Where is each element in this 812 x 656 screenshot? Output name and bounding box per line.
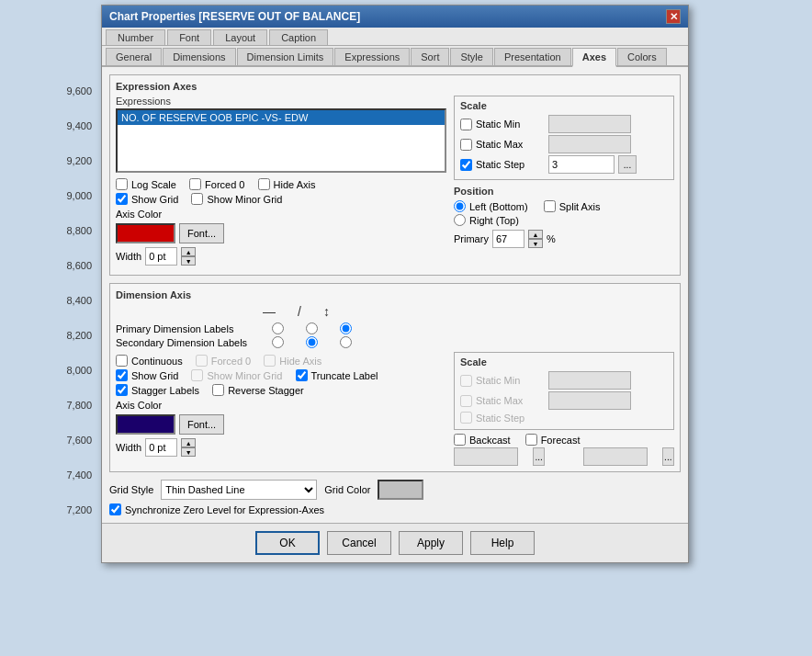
static-min-checkbox-expr[interactable] [460, 119, 472, 130]
reverse-stagger-checkbox[interactable] [212, 384, 224, 396]
forced0-checkbox[interactable] [189, 178, 201, 190]
truncate-label-checkbox[interactable] [296, 369, 308, 381]
grid-color-swatch[interactable] [378, 480, 423, 500]
right-top-label: Right (Top) [469, 215, 519, 226]
stagger-labels-checkbox[interactable] [116, 384, 128, 396]
grid-style-row: Grid Style Thin Dashed Line Solid Line D… [109, 480, 681, 500]
width-input-dim[interactable] [145, 438, 177, 457]
primary-radio-0[interactable] [272, 322, 284, 334]
primary-up[interactable]: ▲ [528, 230, 543, 239]
tab-sort[interactable]: Sort [411, 48, 449, 65]
secondary-radio-0[interactable] [272, 336, 284, 348]
y-label-1: 9,600 [0, 74, 96, 108]
tab-dimension-limits[interactable]: Dimension Limits [237, 48, 334, 65]
ok-button[interactable]: OK [255, 531, 320, 555]
dim-left-col: Continuous Forced 0 Hide Axis Show Grid [116, 352, 446, 460]
y-label-7: 8,400 [0, 283, 96, 318]
tab-axes[interactable]: Axes [572, 48, 616, 67]
tab-number[interactable]: Number [106, 29, 165, 45]
width-up-dim[interactable]: ▲ [181, 438, 196, 447]
split-axis-checkbox[interactable] [544, 200, 556, 212]
sync-zero-checkbox[interactable] [109, 503, 121, 515]
expressions-list[interactable]: NO. OF RESERVE OOB EPIC -VS- EDW [116, 108, 446, 173]
dim-static-min-input[interactable] [548, 371, 631, 390]
dim-static-min-checkbox[interactable] [460, 375, 472, 387]
width-down-expr[interactable]: ▼ [181, 256, 196, 266]
static-step-input-expr[interactable] [548, 155, 615, 174]
help-button[interactable]: Help [470, 531, 535, 555]
static-step-checkbox-expr[interactable] [460, 159, 472, 171]
y-label-13: 7,200 [0, 492, 96, 527]
width-input-expr[interactable] [145, 247, 177, 266]
grid-style-select[interactable]: Thin Dashed Line Solid Line Dashed Line … [161, 480, 317, 500]
log-scale-label: Log Scale [131, 179, 176, 190]
width-down-dim[interactable]: ▼ [181, 447, 196, 457]
backcast-input[interactable] [454, 447, 518, 466]
static-max-input-expr[interactable] [548, 135, 631, 153]
dim-show-minor-grid-checkbox[interactable] [191, 369, 203, 381]
axis-color-swatch-expr[interactable] [116, 223, 175, 243]
dim-showgrid-row: Show Grid Show Minor Grid Truncate Label [116, 369, 446, 381]
axis-color-swatch-dim[interactable] [116, 414, 175, 435]
continuous-label: Continuous [131, 356, 183, 367]
forecast-item: Forecast [525, 434, 581, 446]
dim-show-grid-checkbox[interactable] [116, 369, 128, 381]
show-minor-grid-checkbox[interactable] [191, 193, 203, 205]
position-label: Position [454, 186, 674, 197]
forecast-input[interactable] [583, 447, 648, 466]
log-scale-checkbox[interactable] [116, 178, 128, 190]
width-label-expr: Width [116, 251, 141, 262]
cancel-button[interactable]: Cancel [327, 531, 391, 555]
dim-forced0-checkbox[interactable] [196, 355, 208, 367]
backcast-checkbox[interactable] [454, 434, 466, 446]
width-up-expr[interactable]: ▲ [181, 247, 196, 256]
right-top-radio[interactable] [454, 214, 466, 226]
dim-hide-axis-checkbox[interactable] [264, 355, 276, 367]
forecast-checkbox[interactable] [525, 434, 537, 446]
tab-colors[interactable]: Colors [617, 48, 667, 65]
static-max-checkbox-expr[interactable] [460, 139, 472, 151]
forecast-inputs-row: ... ... [454, 447, 674, 466]
font-button-expr[interactable]: Font... [179, 223, 224, 243]
secondary-radio-2[interactable] [340, 336, 352, 348]
secondary-radio-1[interactable] [306, 336, 318, 348]
tab-expressions[interactable]: Expressions [334, 48, 410, 65]
tab-dimensions[interactable]: Dimensions [163, 48, 235, 65]
grid-style-label: Grid Style [109, 484, 153, 495]
continuous-checkbox[interactable] [116, 355, 128, 367]
primary-radio-2[interactable] [340, 322, 352, 334]
expression-axes-content: Expressions NO. OF RESERVE OOB EPIC -VS-… [116, 96, 674, 269]
dim-static-max-row: Static Max [460, 391, 668, 410]
primary-radio-1[interactable] [306, 322, 318, 334]
tab-font[interactable]: Font [167, 29, 211, 45]
dim-static-max-input[interactable] [548, 391, 631, 410]
static-min-input-expr[interactable] [548, 115, 631, 133]
static-step-row-expr: Static Step ... [460, 155, 668, 174]
tab-caption[interactable]: Caption [269, 29, 328, 45]
tab-general[interactable]: General [106, 48, 162, 65]
hide-axis-checkbox[interactable] [258, 178, 270, 190]
second-tab-strip: General Dimensions Dimension Limits Expr… [102, 46, 688, 67]
label-icon-diagonal: / [298, 304, 301, 319]
primary-down[interactable]: ▼ [528, 239, 543, 248]
tab-layout[interactable]: Layout [213, 29, 267, 45]
dim-stagger-row: Stagger Labels Reverse Stagger [116, 384, 446, 396]
primary-input[interactable] [492, 230, 524, 248]
width-label-dim: Width [116, 442, 141, 453]
forecast-ellipsis[interactable]: ... [662, 447, 674, 466]
close-button[interactable]: ✕ [666, 9, 681, 24]
static-step-ellipsis[interactable]: ... [618, 155, 637, 174]
tab-style[interactable]: Style [450, 48, 492, 65]
axis-color-label-dim: Axis Color [116, 400, 162, 411]
apply-button[interactable]: Apply [399, 531, 463, 555]
tab-presentation[interactable]: Presentation [494, 48, 571, 65]
backcast-ellipsis[interactable]: ... [533, 447, 545, 466]
left-bottom-radio[interactable] [454, 200, 466, 212]
dim-static-max-checkbox[interactable] [460, 395, 472, 407]
font-button-dim[interactable]: Font... [179, 414, 224, 435]
expression-axes-label: Expression Axes [116, 81, 674, 92]
scale-label-dim: Scale [460, 356, 668, 368]
dim-static-step-checkbox[interactable] [460, 412, 472, 424]
expression-item-0[interactable]: NO. OF RESERVE OOB EPIC -VS- EDW [118, 110, 445, 125]
show-grid-checkbox[interactable] [116, 193, 128, 205]
